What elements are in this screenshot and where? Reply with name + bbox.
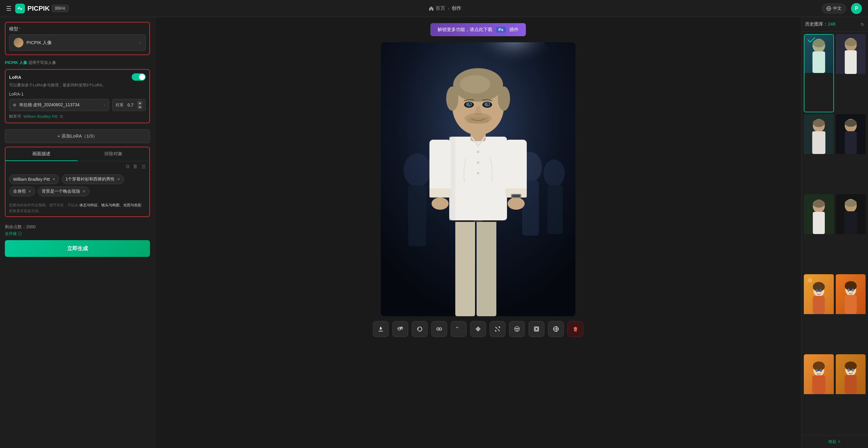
svg-point-92 — [845, 200, 857, 207]
tag-william-close[interactable]: ✕ — [52, 177, 55, 181]
unlock-banner[interactable]: 解锁更多功能，请点此下载 Ps 插件 — [430, 23, 526, 36]
crop-button[interactable] — [529, 321, 545, 337]
tag-male-close[interactable]: ✕ — [117, 177, 120, 181]
history-item-9[interactable] — [804, 354, 834, 432]
lora1-weight-label: 权重 — [116, 102, 123, 108]
svg-point-45 — [464, 113, 492, 124]
upgrade-link[interactable]: 去升级 ⓘ — [5, 231, 150, 237]
picpik-logo-icon — [15, 4, 25, 13]
filter-button[interactable] — [548, 321, 564, 337]
history-collapse-button[interactable]: 收起 ∧ — [801, 435, 868, 448]
regenerate-button[interactable] — [412, 321, 428, 337]
history-item-3[interactable] — [804, 114, 834, 192]
history-item-7[interactable] — [804, 274, 834, 353]
history-item-1[interactable] — [804, 34, 834, 112]
tag-william-text: William Bradley Pitt — [13, 177, 50, 182]
history-header: 历史图库：248 ↻ — [801, 17, 868, 32]
left-bottom: 剩余点数：2000 去升级 ⓘ 立即生成 — [5, 221, 150, 261]
copy-trigger-icon[interactable]: ⧉ — [60, 114, 63, 119]
history-item-4[interactable] — [836, 114, 866, 192]
share-wechat-button[interactable] — [392, 321, 408, 337]
copy-all-icon[interactable]: ⧉ — [126, 164, 129, 170]
svg-point-49 — [398, 328, 399, 329]
breadcrumb-separator: › — [448, 6, 449, 11]
logo-badge: 国际站 — [52, 5, 68, 12]
quote-button[interactable]: " — [451, 321, 467, 337]
svg-rect-89 — [813, 212, 825, 234]
svg-rect-76 — [845, 50, 857, 74]
tag-background-close[interactable]: ✕ — [83, 189, 86, 193]
topnav-right: 中文 P — [822, 3, 862, 14]
tab-exclude-objects[interactable]: 排除对象 — [78, 147, 150, 161]
svg-point-102 — [819, 289, 822, 292]
tag-background-text: 背景是一个晚会现场 — [42, 189, 80, 194]
download-button[interactable] — [373, 321, 389, 337]
trigger-label: 触发词 — [9, 114, 21, 119]
delete-all-icon[interactable]: 🗑 — [133, 164, 138, 170]
tag-fullbody-text: 全身照 — [13, 189, 26, 194]
svg-point-42 — [470, 103, 471, 104]
history-item-6[interactable] — [836, 194, 866, 272]
svg-rect-7 — [408, 185, 426, 246]
svg-rect-62 — [535, 328, 538, 330]
svg-rect-118 — [845, 375, 857, 394]
history-item-10[interactable] — [836, 354, 866, 432]
tag-fullbody: 全身照 ✕ — [9, 186, 35, 196]
history-item-2[interactable] — [836, 34, 866, 112]
svg-point-24 — [432, 198, 448, 210]
svg-text:": " — [456, 326, 458, 332]
user-avatar[interactable]: P — [851, 3, 862, 14]
prompt-tags-area: William Bradley Pitt ✕ 1个穿着衬衫和西裤的男性 ✕ 全身… — [5, 172, 149, 200]
expand-button[interactable] — [490, 321, 505, 337]
lora1-select[interactable]: 布拉德·皮特_20240802_113734 › — [9, 99, 109, 111]
lora1-label: LoRA-1 — [9, 92, 146, 96]
svg-rect-12 — [455, 219, 475, 316]
center-panel: 解锁更多功能，请点此下载 Ps 插件 — [155, 17, 801, 448]
svg-point-43 — [489, 103, 490, 104]
lora1-row: 布拉德·皮特_20240802_113734 › 权重 0.7 ▲ ▼ — [9, 99, 146, 111]
face-button[interactable] — [509, 321, 525, 337]
main-image-display — [381, 42, 576, 316]
language-label: 中文 — [833, 6, 841, 11]
svg-point-117 — [845, 362, 857, 371]
history-item-5[interactable] — [804, 194, 834, 272]
language-button[interactable]: 中文 — [822, 4, 846, 13]
svg-rect-80 — [812, 131, 826, 154]
lora1-weight-up[interactable]: ▲ — [137, 101, 142, 105]
upgrade-info-icon: ⓘ — [18, 231, 22, 237]
svg-point-56 — [476, 327, 479, 330]
generate-button[interactable]: 立即生成 — [5, 240, 150, 257]
lora-section: LoRA 可以叠加多个LoRA参与推理，最多同时使用3个LoRA。 LoRA-1… — [5, 69, 150, 123]
add-lora-button[interactable]: + 添加LoRA（1/3） — [5, 129, 150, 143]
tag-fullbody-close[interactable]: ✕ — [28, 189, 31, 193]
delete-image-button[interactable] — [567, 321, 583, 337]
trigger-value: William Bradley Pitt — [23, 114, 58, 119]
logo-text: PICPIK — [27, 5, 50, 12]
lora-title: LoRA — [9, 74, 21, 80]
history-refresh-icon[interactable]: ↻ — [861, 22, 864, 27]
variation-button[interactable] — [431, 321, 447, 337]
points-display: 剩余点数：2000 — [5, 224, 150, 230]
model-description: PICPIK 人像 适用于写实人像 — [5, 60, 150, 65]
history-item-8[interactable] — [836, 274, 866, 353]
model-select-name: PICPIK 人像 — [27, 40, 136, 46]
svg-point-95 — [807, 278, 812, 283]
svg-point-105 — [845, 281, 857, 291]
lora1-weight-value: 0.7 — [126, 102, 135, 108]
lora1-weight-down[interactable]: ▼ — [137, 105, 142, 109]
breadcrumb-home[interactable]: 首页 — [429, 5, 445, 11]
hamburger-icon[interactable]: ☰ — [6, 5, 11, 12]
tab-scene-description[interactable]: 画面描述 — [5, 147, 78, 161]
svg-point-60 — [518, 328, 519, 329]
prompt-tabs: 画面描述 排除对象 — [5, 147, 149, 161]
right-panel: 历史图库：248 ↻ — [801, 17, 868, 448]
lora-toggle[interactable] — [132, 73, 146, 81]
svg-point-101 — [816, 289, 818, 292]
save-icon[interactable]: ☰ — [142, 164, 146, 170]
prompt-toolbar: ⧉ 🗑 ☰ — [5, 161, 149, 172]
model-select-dropdown[interactable]: PICPIK 人像 › — [9, 34, 146, 51]
tag-william: William Bradley Pitt ✕ — [9, 174, 59, 184]
tag-male-text: 1个穿着衬衫和西裤的男性 — [66, 177, 115, 182]
svg-point-51 — [401, 327, 402, 328]
edit-button[interactable] — [470, 321, 486, 337]
